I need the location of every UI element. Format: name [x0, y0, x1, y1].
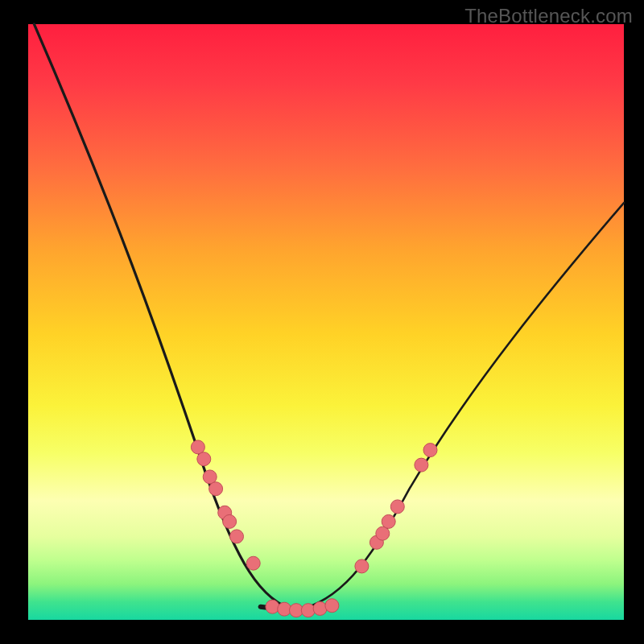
plot-area [28, 24, 624, 620]
data-dot [246, 556, 260, 570]
data-dot [223, 514, 237, 528]
data-dot [266, 600, 279, 613]
data-dot [313, 601, 327, 615]
curve-path [34, 24, 296, 610]
data-dot [209, 482, 223, 496]
curve-path [296, 203, 624, 610]
data-dot [415, 458, 428, 472]
chart-svg [28, 24, 624, 620]
data-dot [301, 604, 315, 617]
data-dot [197, 452, 211, 466]
data-dot [382, 514, 395, 528]
data-dot [325, 599, 339, 613]
data-dot [390, 500, 404, 514]
data-dot [230, 530, 244, 543]
data-dot [355, 559, 369, 573]
data-dot [423, 444, 437, 457]
curve-layer [34, 24, 624, 610]
outer-frame: TheBottleneck.com [0, 0, 644, 644]
